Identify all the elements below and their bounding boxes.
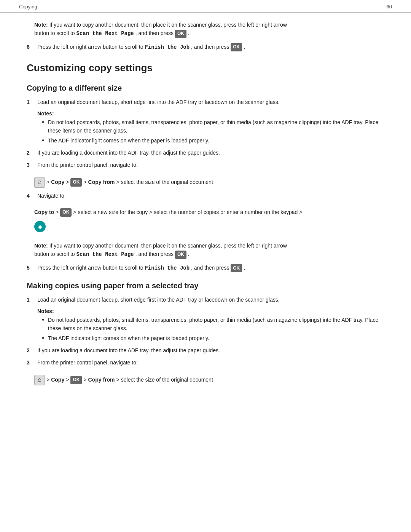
paper-tray-notes-list: • Do not load postcards, photos, small i… (37, 316, 384, 343)
copy-size-note2-period: . (188, 251, 190, 257)
nav3-arrow-3: > (83, 177, 86, 187)
paper-tray-notes-label: Notes: (37, 308, 384, 314)
copy-size-notes-label: Notes: (37, 110, 384, 117)
copy-size-step4: 4 Navigate to: (27, 192, 384, 200)
step-6-command: Finish the Job (145, 44, 190, 50)
intro-note-block: Note: If you want to copy another docume… (27, 21, 384, 38)
copy-size-step2-text: If you are loading a document into the A… (37, 149, 384, 157)
copy-size-step4-number: 4 (27, 192, 37, 200)
ok-button-intro: OK (175, 30, 186, 38)
copy-size-note-1: • Do not load postcards, photos, small i… (42, 118, 384, 135)
copy-size-step5-text: Press the left or right arrow button to … (37, 265, 143, 271)
pt-nav3-suffix: select the size of the original document (121, 375, 213, 385)
copy-size-step5-period: . (244, 265, 245, 271)
paper-tray-note-2-text: The ADF indicator light comes on when th… (48, 334, 209, 342)
copy-size-step5-content: Press the left or right arrow button to … (37, 264, 384, 272)
intro-period: . (188, 30, 190, 36)
bullet-dot-pt1: • (42, 316, 48, 324)
bullet-dot-2: • (42, 136, 48, 145)
copy-size-note-2-text: The ADF indicator light comes on when th… (48, 136, 209, 145)
ok-button-nav4: OK (60, 208, 72, 217)
copy-size-nav4-diamond: ◆ (34, 221, 46, 232)
nav3-arrow-4: > (116, 177, 119, 187)
pt-nav3-arrow-2: > (66, 375, 69, 385)
nav3-suffix: select the size of the original document (121, 177, 213, 187)
paper-tray-step3-number: 3 (27, 358, 37, 367)
paper-tray-step2-text: If you are loading a document into the A… (37, 346, 384, 355)
intro-note-label: Note: (34, 22, 48, 28)
copy-size-nav4-line1: Copy to > OK > select a new size for the… (34, 208, 302, 217)
paper-tray-step2: 2 If you are loading a document into the… (27, 346, 384, 355)
copy-size-note-2: • The ADF indicator light comes on when … (42, 136, 384, 145)
page-header: Copying 60 (0, 0, 411, 13)
step-6-suffix: , and then press (191, 44, 229, 50)
paper-tray-step2-number: 2 (27, 346, 37, 355)
copy-size-step1: 1 Load an original document faceup, shor… (27, 98, 384, 106)
ok-button-pt-nav3: OK (70, 376, 82, 384)
intro-note-text: If you want to copy another document, th… (49, 22, 287, 28)
paper-tray-nav3: ⌂ > Copy > OK > Copy from > select the s… (27, 371, 384, 389)
copy-size-note-1-text: Do not load postcards, photos, small ite… (48, 118, 384, 135)
bullet-dot-1: • (42, 118, 48, 127)
pt-nav3-copy-from-label: Copy from (88, 375, 115, 385)
nav3-copy-label: Copy (51, 177, 64, 187)
header-page-number: 60 (387, 4, 392, 10)
intro-note-line2-suffix: , and then press (135, 30, 174, 36)
copy-size-note2-line2-prefix: button to scroll to (34, 251, 75, 257)
ok-button-nav3: OK (70, 178, 82, 187)
section-copy-size-title: Copying to a different size (27, 84, 384, 93)
page: Copying 60 Note: If you want to copy ano… (0, 0, 411, 532)
copy-size-note2-line2-suffix: , and then press (135, 251, 174, 257)
home-icon-nav3-pt: ⌂ (34, 375, 45, 385)
nav4-arrow-1: > (56, 208, 59, 217)
step-6-text: Press the left or right arrow button to … (37, 44, 143, 50)
copy-size-note2-block: Note: If you want to copy another docume… (27, 241, 384, 259)
copy-size-notes-list: • Do not load postcards, photos, small i… (37, 118, 384, 145)
copy-size-step3-text: From the printer control panel, navigate… (37, 161, 384, 169)
nav3-copy-from-label: Copy from (88, 177, 115, 187)
copy-size-step2-number: 2 (27, 149, 37, 157)
paper-tray-step1-text: Load an original document faceup, short … (37, 296, 384, 304)
ok-button-step6: OK (231, 43, 242, 51)
paper-tray-note-2: • The ADF indicator light comes on when … (42, 334, 384, 343)
intro-note-line2-prefix: button to scroll to (34, 30, 75, 36)
copy-size-step5: 5 Press the left or right arrow button t… (27, 264, 384, 272)
pt-nav3-arrow-3: > (83, 375, 86, 385)
pt-nav3-arrow-1: > (46, 375, 49, 385)
page-content: Note: If you want to copy another docume… (0, 21, 411, 404)
ok-button-step5: OK (231, 264, 242, 272)
nav3-arrow-1: > (46, 177, 49, 187)
paper-tray-note-1: • Do not load postcards, photos, small i… (42, 316, 384, 333)
pt-nav3-arrow-4: > (116, 375, 119, 385)
nav4-copy-to-label: Copy to (34, 208, 54, 217)
pt-nav3-copy-label: Copy (51, 375, 64, 385)
step-6-period: . (244, 44, 245, 50)
copy-size-step1-number: 1 (27, 98, 37, 106)
copy-size-step5-suffix: , and then press (191, 265, 229, 271)
copy-size-step1-text: Load an original document faceup, short … (37, 98, 384, 106)
copy-size-nav4: Copy to > OK > select a new size for the… (27, 204, 384, 236)
nav3-arrow-2: > (66, 177, 69, 187)
intro-scan-next-page: Scan the Next Page (76, 30, 134, 37)
copy-size-note2-label: Note: (34, 243, 48, 249)
section-main-title: Customizing copy settings (27, 62, 384, 75)
paper-tray-step3-text: From the printer control panel, navigate… (37, 358, 384, 367)
ok-button-note2: OK (175, 251, 186, 259)
copy-size-note2-text: If you want to copy another document, th… (49, 243, 287, 249)
copy-size-step3-number: 3 (27, 161, 37, 169)
step-6-content: Press the left or right arrow button to … (37, 43, 384, 51)
copy-size-step3: 3 From the printer control panel, naviga… (27, 161, 384, 169)
copy-size-nav3: ⌂ > Copy > OK > Copy from > select the s… (27, 173, 384, 192)
copy-size-step2: 2 If you are loading a document into the… (27, 149, 384, 157)
bullet-dot-pt2: • (42, 334, 48, 343)
copy-size-step5-command: Finish the Job (145, 265, 190, 271)
nav4-arrow-2: > (73, 208, 76, 217)
step-6-number: 6 (27, 43, 37, 51)
paper-tray-step3: 3 From the printer control panel, naviga… (27, 358, 384, 367)
copy-size-notes: Notes: • Do not load postcards, photos, … (27, 110, 384, 145)
paper-tray-note-1-text: Do not load postcards, photos, small ite… (48, 316, 384, 333)
header-title: Copying (19, 4, 37, 10)
step-6-item: 6 Press the left or right arrow button t… (27, 43, 384, 51)
copy-size-step4-text: Navigate to: (37, 192, 384, 200)
nav4-suffix: select a new size for the copy > select … (78, 208, 302, 217)
